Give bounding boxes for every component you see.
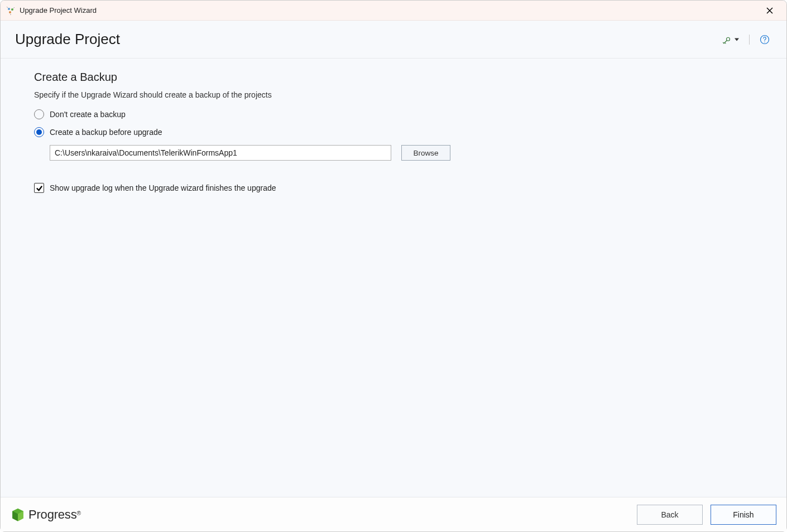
radio-create-backup[interactable]: Create a backup before upgrade: [34, 127, 753, 137]
checkbox-icon: [34, 183, 44, 193]
backup-path-row: Browse: [50, 145, 753, 161]
backup-path-input[interactable]: [50, 145, 391, 161]
close-button[interactable]: [759, 3, 781, 18]
wizard-header: Upgrade Project: [1, 21, 786, 59]
key-icon: [722, 35, 732, 45]
svg-point-1: [11, 8, 13, 11]
help-button[interactable]: [757, 32, 772, 47]
help-icon: [760, 35, 770, 45]
showlog-checkbox-label: Show upgrade log when the Upgrade wizard…: [50, 183, 276, 192]
wizard-footer: Progress® Back Finish: [1, 497, 786, 531]
page-title: Upgrade Project: [15, 31, 720, 48]
settings-dropdown[interactable]: [720, 32, 741, 47]
check-icon: [36, 185, 43, 192]
header-divider: [749, 35, 750, 45]
header-tools: [720, 32, 772, 47]
radio-icon-selected: [34, 127, 44, 137]
brand-name: Progress®: [28, 507, 81, 522]
radio-icon: [34, 109, 44, 119]
svg-point-0: [8, 8, 10, 10]
wizard-content: Create a Backup Specify if the Upgrade W…: [1, 59, 786, 497]
window-title: Upgrade Project Wizard: [20, 6, 759, 14]
browse-button[interactable]: Browse: [401, 145, 450, 161]
progress-icon: [11, 507, 25, 522]
radio-no-backup[interactable]: Don't create a backup: [34, 109, 753, 119]
radio-no-backup-label: Don't create a backup: [50, 110, 126, 119]
wizard-window: Upgrade Project Wizard Upgrade Project: [0, 0, 787, 532]
brand-logo: Progress®: [11, 507, 637, 522]
section-description: Specify if the Upgrade Wizard should cre…: [34, 90, 753, 99]
title-bar: Upgrade Project Wizard: [1, 1, 786, 21]
back-button[interactable]: Back: [637, 505, 703, 525]
finish-button[interactable]: Finish: [711, 505, 776, 525]
close-icon: [766, 7, 773, 14]
svg-point-6: [764, 41, 765, 42]
section-title: Create a Backup: [34, 71, 753, 84]
app-icon: [6, 6, 15, 15]
svg-point-2: [9, 11, 11, 13]
showlog-checkbox[interactable]: Show upgrade log when the Upgrade wizard…: [34, 183, 753, 193]
chevron-down-icon: [735, 37, 739, 42]
radio-create-backup-label: Create a backup before upgrade: [50, 128, 162, 137]
radio-dot-icon: [36, 129, 42, 135]
footer-buttons: Back Finish: [637, 505, 776, 525]
